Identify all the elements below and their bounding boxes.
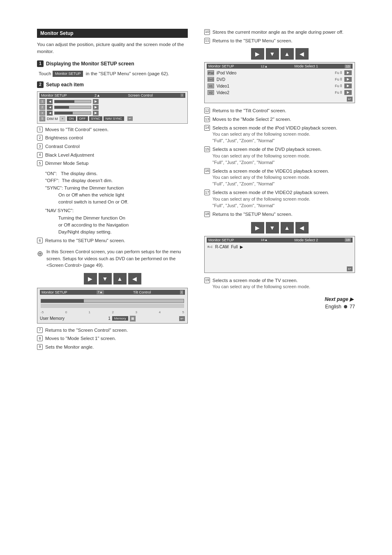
circle-18: 18 bbox=[204, 211, 210, 217]
bc-label-rcam: R-CAM bbox=[215, 245, 228, 249]
ms-label-v2: Video2 bbox=[217, 90, 332, 95]
section2-title: Setup each item bbox=[46, 82, 84, 88]
monitor-setup-label: Monitor SETUP bbox=[53, 71, 83, 77]
footer-page-num: 77 bbox=[350, 304, 355, 310]
sc-btn-navsync[interactable]: NAV SYNC bbox=[104, 116, 124, 121]
item11-text: Returns to the "SETUP Menu" screen. bbox=[212, 37, 293, 44]
list-item-17: 17 Selects a screen mode of the VIDEO2 p… bbox=[204, 189, 355, 209]
nav-down-btn-3[interactable]: ▼ bbox=[266, 222, 279, 234]
ts-back-icon: ↩ bbox=[179, 316, 185, 321]
sc-btn-off[interactable]: OFF bbox=[77, 116, 88, 121]
footer-dot bbox=[344, 305, 347, 308]
circle-9: 9 bbox=[37, 344, 43, 350]
nav-up-btn-3[interactable]: ▲ bbox=[281, 222, 294, 234]
ms1-header: Monitor SETUP 12▲ Mode Select 1 13 bbox=[207, 64, 353, 69]
screen-control-mockup: Monitor SETUP 2▲ Screen Control i 1 ◀ ▶ … bbox=[37, 91, 188, 124]
nav-back-btn[interactable]: ◀ bbox=[128, 273, 141, 284]
nav-up-btn[interactable]: ▲ bbox=[113, 273, 127, 284]
footer: English 77 bbox=[204, 304, 355, 310]
sc-btn-on[interactable]: ON bbox=[67, 116, 76, 121]
sc-slider-1 bbox=[54, 100, 91, 103]
item17-extra2: "Full", "Just", "Zoom", "Normal" bbox=[212, 203, 329, 209]
sc-right-arrow-1: ▶ bbox=[93, 99, 99, 104]
ms-label-dvd: DVD bbox=[217, 77, 332, 82]
item15-text: Selects a screen mode of the DVD playbac… bbox=[212, 146, 322, 153]
ms1-home: 13 bbox=[345, 65, 351, 68]
item7-text: Returns to the "Screen Control" screen. bbox=[45, 327, 128, 334]
item15-extra2: "Full", "Just", "Zoom", "Normal" bbox=[212, 160, 322, 166]
ms1-right: Mode Select 1 bbox=[294, 64, 318, 68]
ts-badge: 7▲ bbox=[97, 290, 104, 294]
section-header: Monitor Setup bbox=[37, 29, 188, 38]
ts-home-icon: i bbox=[180, 290, 183, 294]
ms-arrow-ipod: ▶ bbox=[344, 70, 352, 75]
circle-4: 4 bbox=[37, 152, 43, 158]
sc-buttons-row: ON OFF SYNC NAV SYNC bbox=[67, 116, 125, 121]
ms-row-ipod: iPod iPod Video Fu ll ▶ bbox=[207, 70, 353, 76]
sc-right-arrow-3: ▶ bbox=[93, 111, 99, 116]
ts-scale: -5012345 bbox=[40, 310, 185, 314]
nav-down-btn[interactable]: ▼ bbox=[99, 273, 112, 284]
item5-text: Dimmer Mode Setup bbox=[45, 160, 88, 167]
item1-text: Moves to "Tilt Control" screen. bbox=[45, 126, 108, 133]
item12-text: Returns to the "Tilt Control" screen. bbox=[212, 107, 286, 114]
ms-arrow-dvd: ▶ bbox=[344, 77, 352, 82]
section1-badge: 1 bbox=[37, 60, 44, 67]
sc-icon-2: 2 bbox=[39, 105, 45, 110]
list-item-3: 3 Contrast Control bbox=[37, 143, 188, 150]
bc-row-rcam: R-C R-CAM Full ▶ bbox=[207, 244, 353, 250]
ts-memory-btn[interactable]: Memory bbox=[112, 316, 128, 321]
item13-text: Moves to the "Mode Select 2" screen. bbox=[212, 116, 291, 123]
ms-row-v2: V2 Video2 Fu ll ▶ bbox=[207, 90, 353, 95]
item9-text: Sets the Monitor angle. bbox=[45, 344, 94, 351]
sc-home-btn[interactable]: ↩ bbox=[127, 116, 133, 121]
sc-slider-2 bbox=[54, 106, 91, 109]
bc-title: Monitor SETUP bbox=[208, 238, 234, 242]
item16-block: Selects a screen mode of the VIDEO1 play… bbox=[212, 168, 329, 188]
nav-back-btn-3[interactable]: ◀ bbox=[295, 222, 309, 234]
section1-body: Touch Monitor SETUP in the "SETUP Menu" … bbox=[37, 70, 188, 77]
list-item-18: 18 Returns to the "SETUP Menu" screen. bbox=[204, 211, 355, 218]
item18-text: Returns to the "SETUP Menu" screen. bbox=[212, 211, 293, 218]
bc-footer: ↩ bbox=[207, 266, 353, 271]
ms-mode-v2: Fu ll bbox=[335, 90, 342, 95]
nav-forward-btn-2[interactable]: ▶ bbox=[251, 48, 264, 60]
item3-text: Contrast Control bbox=[45, 143, 80, 150]
sc-slider-3 bbox=[54, 111, 91, 115]
nav-down-btn-2[interactable]: ▼ bbox=[266, 48, 279, 60]
right-column: 10 Stores the current monitor angle as t… bbox=[200, 29, 355, 354]
list-item-15: 15 Selects a screen mode of the DVD play… bbox=[204, 146, 355, 166]
bc-num: 19 bbox=[345, 238, 351, 242]
ms1-title: Monitor SETUP bbox=[208, 64, 234, 68]
section2-badge: 2 bbox=[37, 81, 44, 88]
ms-row-dvd: DVD DVD Fu ll ▶ bbox=[207, 76, 353, 82]
nav-forward-btn[interactable]: ▶ bbox=[84, 273, 97, 284]
item14-extra2: "Full", "Just", "Zoom", "Normal" bbox=[212, 138, 337, 144]
section1-title: Displaying the Monitor SETUP screen bbox=[46, 61, 134, 67]
intro-text: You can adjust the position, picture qua… bbox=[37, 41, 188, 56]
bc-header: Monitor SETUP 18▲ Mode Select 2 19 bbox=[207, 238, 353, 243]
mode-select-1-screen: Monitor SETUP 12▲ Mode Select 1 13 iPod … bbox=[204, 62, 355, 103]
list-item-13: 13 Moves to the "Mode Select 2" screen. bbox=[204, 116, 355, 123]
nav-up-btn-2[interactable]: ▲ bbox=[281, 48, 294, 60]
nav-back-btn-2[interactable]: ◀ bbox=[295, 48, 309, 60]
list-item-5: 5 Dimmer Mode Setup bbox=[37, 160, 188, 167]
ms-arrow-v1: ▶ bbox=[344, 83, 352, 88]
dimmer-navsync: "NAV SYNC": Turning the Dimmer function … bbox=[45, 207, 188, 236]
sc-icon-sun: ☀ bbox=[60, 116, 65, 121]
sc-right-arrow-2: ▶ bbox=[93, 105, 99, 110]
sc-left-arrow-2: ◀ bbox=[47, 105, 53, 110]
ms-mode-v1: Fu ll bbox=[335, 84, 342, 88]
ms-icon-v1: V1 bbox=[208, 83, 214, 88]
items-list-12-18: 12 Returns to the "Tilt Control" screen.… bbox=[204, 107, 355, 217]
sc-icon-b: 1 bbox=[39, 99, 45, 104]
mode-select-2-screen: Monitor SETUP 18▲ Mode Select 2 19 R-C R… bbox=[204, 236, 355, 273]
nav-forward-btn-3[interactable]: ▶ bbox=[251, 222, 264, 234]
item15-extra1: You can select any of the following scre… bbox=[212, 153, 322, 160]
next-page-text: Next page ▶ bbox=[325, 296, 353, 302]
section1-heading: 1 Displaying the Monitor SETUP screen bbox=[37, 60, 188, 67]
sc-btn-sync[interactable]: SYNC bbox=[89, 116, 102, 121]
ms-mode-dvd: Fu ll bbox=[335, 77, 342, 81]
sc-dim-label: DIM M bbox=[47, 117, 58, 121]
ms-icon-ipod: iPod bbox=[208, 70, 214, 75]
